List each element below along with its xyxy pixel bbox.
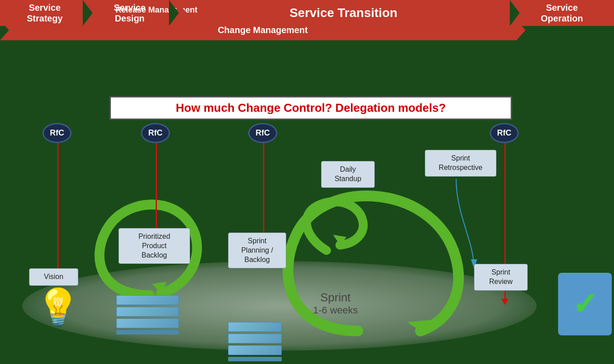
sprint-stack-2	[228, 322, 282, 363]
rfc-badge-3: RfC	[248, 123, 277, 143]
lightbulb-icon: 💡	[36, 286, 80, 328]
transition-label: Service Transition	[289, 5, 397, 21]
sprint-retro-box: Sprint Retrospective	[425, 150, 496, 177]
backlog-box: Prioritized Product Backlog	[119, 228, 190, 264]
rfc-badge-4: RfC	[490, 123, 519, 143]
question-box: How much Change Control? Delegation mode…	[110, 96, 512, 120]
arrow-head-4	[501, 299, 508, 305]
design-label: Service Design	[114, 2, 145, 24]
sprint-review-box: Sprint Review	[474, 264, 528, 291]
retro-review-connector	[438, 179, 496, 277]
checkmark-box: ✓	[558, 273, 612, 335]
question-text: How much Change Control? Delegation mode…	[176, 101, 446, 114]
daily-standup-box: Daily Standup	[321, 161, 375, 188]
strategy-label: Service Strategy	[27, 2, 63, 24]
sprint-plan-box: Sprint Planning / Backlog	[228, 233, 286, 268]
operation-label: Service Operation	[541, 2, 583, 24]
change-label: Change Management	[218, 25, 308, 35]
checkmark-icon: ✓	[572, 286, 598, 322]
rfc-badge-2: RfC	[141, 123, 170, 143]
top-banners: Service Strategy Service Design Service …	[0, 0, 614, 51]
backlog-stack-1	[116, 295, 179, 336]
vertical-line-1	[57, 143, 59, 277]
vision-box: Vision	[29, 268, 78, 286]
banner-change: Change Management	[0, 20, 525, 40]
rfc-badge-1: RfC	[42, 123, 72, 143]
main-area: RfC RfC RfC RfC 💡 Vision Prioritized Pro…	[0, 121, 614, 364]
